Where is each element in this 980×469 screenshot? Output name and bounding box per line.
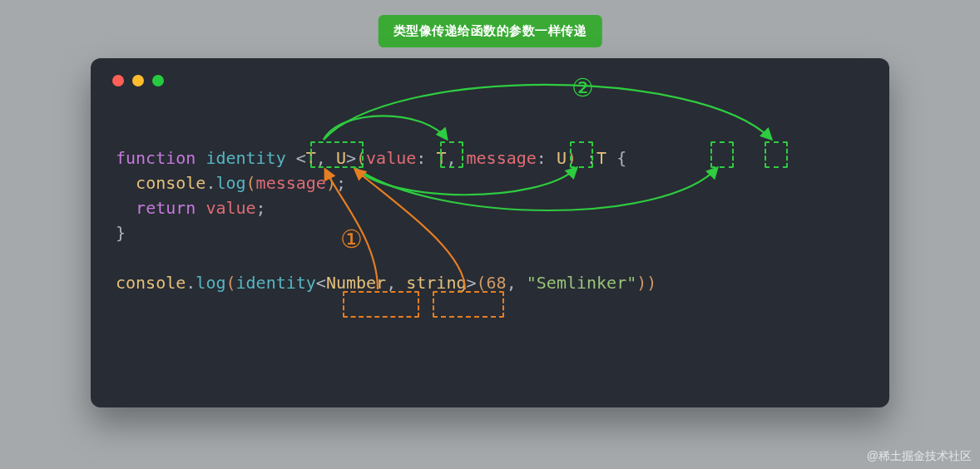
function-name: identity xyxy=(205,148,285,168)
step-label-2: ② xyxy=(572,73,594,102)
return-value: value xyxy=(205,198,255,218)
arg-number: 68 xyxy=(487,273,507,293)
highlight-type-decl xyxy=(310,141,364,168)
console-obj: console xyxy=(136,173,205,193)
highlight-type-arg-string xyxy=(433,291,504,318)
log-arg: message xyxy=(256,173,326,193)
keyword-return: return xyxy=(136,198,196,218)
return-type: T xyxy=(596,148,606,168)
log-method: log xyxy=(215,173,245,193)
keyword-function: function xyxy=(116,148,196,168)
macos-close-icon xyxy=(112,75,124,86)
highlight-param-U xyxy=(570,141,593,168)
arg-string: "Semlinker" xyxy=(527,273,636,293)
highlight-type-arg-Number xyxy=(343,291,419,318)
arrow-T-to-value xyxy=(324,116,447,140)
console-obj-2: console xyxy=(116,273,186,293)
type-arg-Number: Number xyxy=(326,273,386,293)
code-block: function identity <T, U>(value: T, messa… xyxy=(116,146,656,295)
code-window: function identity <T, U>(value: T, messa… xyxy=(91,58,889,407)
macos-zoom-icon xyxy=(152,75,164,86)
watermark: @稀土掘金技术社区 xyxy=(867,449,972,464)
highlight-decl-U xyxy=(710,141,734,168)
title-badge: 类型像传递给函数的参数一样传递 xyxy=(379,15,602,47)
highlight-param-T xyxy=(440,141,463,168)
step-label-1: ① xyxy=(340,225,363,254)
call-fn-name: identity xyxy=(236,273,316,293)
param-message: message xyxy=(467,148,537,168)
arrow-T-to-return xyxy=(324,85,771,140)
log-method-2: log xyxy=(196,273,225,293)
param-value: value xyxy=(366,148,416,168)
highlight-return-T xyxy=(765,141,788,168)
param-message-type: U xyxy=(557,148,567,168)
type-arg-string: string xyxy=(406,273,466,293)
macos-minimize-icon xyxy=(132,75,144,86)
